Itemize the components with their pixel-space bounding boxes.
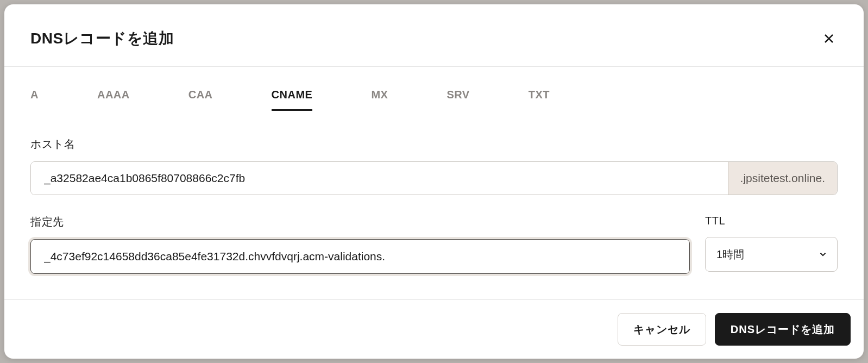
target-ttl-row: 指定先 TTL 1時間 (30, 215, 838, 274)
target-group: 指定先 (30, 215, 690, 274)
tab-aaaa[interactable]: AAAA (97, 85, 130, 111)
hostname-input[interactable] (31, 162, 728, 195)
tab-txt[interactable]: TXT (529, 85, 550, 111)
ttl-group: TTL 1時間 (705, 215, 838, 274)
target-label: 指定先 (30, 215, 690, 229)
close-icon (822, 32, 835, 45)
cancel-button[interactable]: キャンセル (618, 313, 706, 346)
hostname-input-wrap: .jpsitetest.online. (30, 161, 838, 195)
tab-caa[interactable]: CAA (188, 85, 213, 111)
hostname-row: ホスト名 .jpsitetest.online. (30, 137, 838, 195)
add-dns-record-modal: DNSレコードを追加 A AAAA CAA CNAME MX SRV TXT ホ… (4, 4, 864, 359)
modal-title: DNSレコードを追加 (30, 28, 174, 49)
record-type-tabs: A AAAA CAA CNAME MX SRV TXT (30, 67, 838, 111)
ttl-select-wrap: 1時間 (705, 237, 838, 272)
modal-footer: キャンセル DNSレコードを追加 (4, 299, 864, 359)
hostname-group: ホスト名 .jpsitetest.online. (30, 137, 838, 195)
tab-a[interactable]: A (30, 85, 39, 111)
close-button[interactable] (820, 30, 838, 47)
submit-button[interactable]: DNSレコードを追加 (715, 313, 851, 346)
target-input[interactable] (30, 239, 690, 274)
ttl-select[interactable]: 1時間 (705, 237, 838, 272)
modal-body: A AAAA CAA CNAME MX SRV TXT ホスト名 .jpsite… (4, 67, 864, 299)
ttl-label: TTL (705, 215, 838, 227)
hostname-domain-suffix: .jpsitetest.online. (728, 162, 837, 195)
tab-mx[interactable]: MX (371, 85, 388, 111)
tab-srv[interactable]: SRV (446, 85, 469, 111)
modal-header: DNSレコードを追加 (4, 4, 864, 67)
hostname-label: ホスト名 (30, 137, 838, 152)
tab-cname[interactable]: CNAME (272, 85, 313, 111)
